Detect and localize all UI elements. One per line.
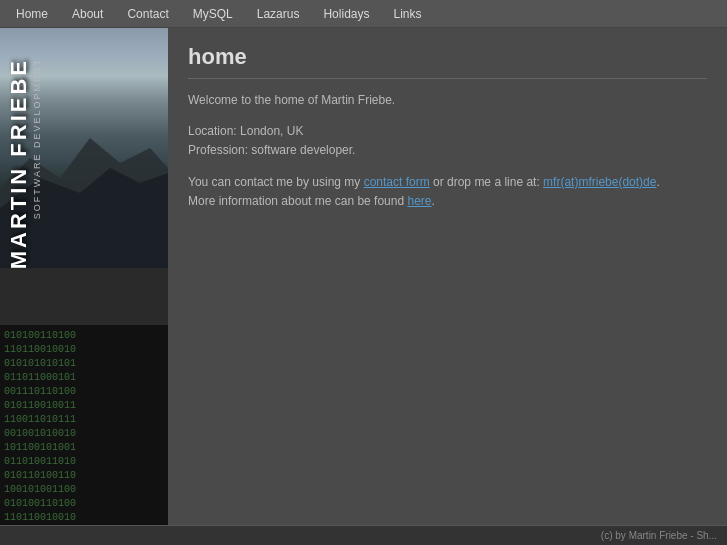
profession-text: Profession: software developer. (188, 143, 355, 157)
nav-item-mysql[interactable]: MySQL (181, 3, 245, 25)
sidebar-title-sub: Software Development (32, 58, 42, 219)
nav-item-lazarus[interactable]: Lazarus (245, 3, 312, 25)
location-text: Location: London, UK (188, 124, 303, 138)
nav-item-contact[interactable]: Contact (115, 3, 180, 25)
more-info-period: . (432, 194, 435, 208)
contact-email-link[interactable]: mfr(at)mfriebe(dot)de (543, 175, 656, 189)
sidebar-title-main: Martin Friebe (6, 58, 32, 269)
contact-paragraph: You can contact me by using my contact f… (188, 173, 707, 211)
navigation-bar: Home About Contact MySQL Lazarus Holiday… (0, 0, 727, 28)
contact-period: . (656, 175, 659, 189)
nav-item-home[interactable]: Home (4, 3, 60, 25)
binary-code-area: 0101001101001101100100100101010101010110… (0, 325, 168, 525)
sidebar-image: 0101001101001101100100100101010101010110… (0, 28, 168, 525)
welcome-paragraph: Welcome to the home of Martin Friebe. (188, 91, 707, 110)
footer-text: (c) by Martin Friebe - Sh... (601, 530, 717, 541)
sidebar-title-container: Martin Friebe Software Development (0, 48, 168, 288)
contact-form-link[interactable]: contact form (364, 175, 430, 189)
nav-item-about[interactable]: About (60, 3, 115, 25)
page-title: home (188, 44, 707, 79)
sidebar: 0101001101001101100100100101010101010110… (0, 28, 168, 525)
contact-middle-text: or drop me a line at: (430, 175, 543, 189)
location-paragraph: Location: London, UK Profession: softwar… (188, 122, 707, 160)
more-info-text: More information about me can be found (188, 194, 407, 208)
footer: (c) by Martin Friebe - Sh... (0, 525, 727, 545)
content-body: Welcome to the home of Martin Friebe. Lo… (188, 91, 707, 211)
main-layout: 0101001101001101100100100101010101010110… (0, 28, 727, 525)
content-area: home Welcome to the home of Martin Frieb… (168, 28, 727, 525)
nav-item-holidays[interactable]: Holidays (311, 3, 381, 25)
here-link[interactable]: here (407, 194, 431, 208)
welcome-text: Welcome to the home of Martin Friebe. (188, 93, 395, 107)
contact-intro-text: You can contact me by using my (188, 175, 364, 189)
nav-item-links[interactable]: Links (381, 3, 433, 25)
